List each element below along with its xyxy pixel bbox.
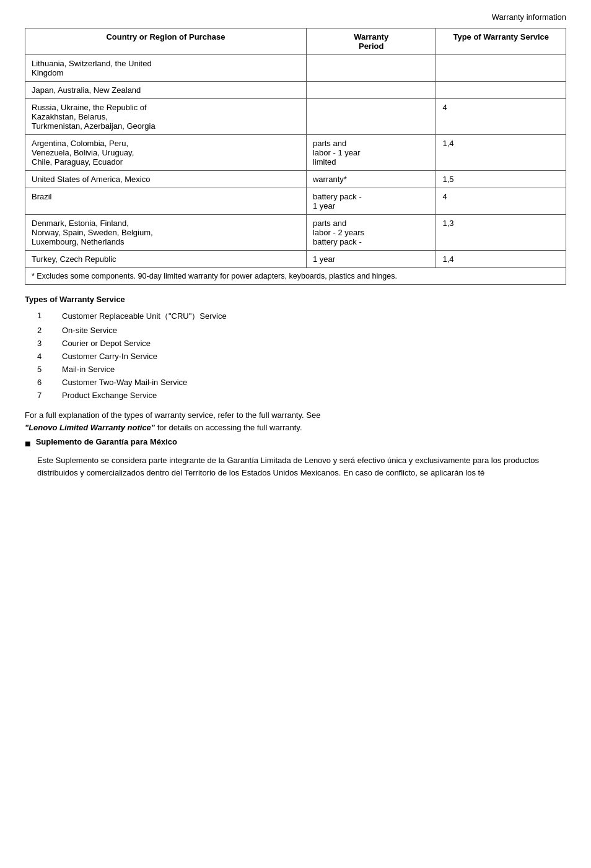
cell-country: United States of America, Mexico xyxy=(25,171,307,188)
cell-warranty: warranty* xyxy=(306,171,436,188)
table-row: Brazilbattery pack -1 year4 xyxy=(25,188,566,215)
service-list-item: 2On-site Service xyxy=(25,324,566,337)
cell-type: 1,5 xyxy=(436,171,566,188)
supplement-title: Suplemento de Garantía para México xyxy=(36,437,177,446)
cell-warranty: parts andlabor - 2 yearsbattery pack - xyxy=(306,215,436,251)
service-label: Customer Two-Way Mail-in Service xyxy=(62,378,187,387)
cell-type: 1,4 xyxy=(436,251,566,268)
cell-type xyxy=(436,55,566,82)
service-num: 1 xyxy=(25,311,62,322)
cell-warranty xyxy=(306,55,436,82)
cell-country: Turkey, Czech Republic xyxy=(25,251,307,268)
cell-warranty: parts andlabor - 1 yearlimited xyxy=(306,135,436,171)
cell-country: Japan, Australia, New Zealand xyxy=(25,82,307,99)
service-list-item: 3Courier or Depot Service xyxy=(25,337,566,350)
table-row: Lithuania, Switzerland, the UnitedKingdo… xyxy=(25,55,566,82)
table-row: Japan, Australia, New Zealand xyxy=(25,82,566,99)
service-label: Customer Replaceable Unit（"CRU"）Service xyxy=(62,311,227,322)
table-row: Denmark, Estonia, Finland,Norway, Spain,… xyxy=(25,215,566,251)
service-list-item: 1Customer Replaceable Unit（"CRU"）Service xyxy=(25,309,566,324)
cell-type: 4 xyxy=(436,99,566,135)
cell-country: Russia, Ukraine, the Republic ofKazakhst… xyxy=(25,99,307,135)
service-list-item: 4Customer Carry-In Service xyxy=(25,350,566,363)
service-list-item: 7Product Exchange Service xyxy=(25,389,566,402)
cell-warranty xyxy=(306,82,436,99)
footnote-row: * Excludes some components. 90-day limit… xyxy=(25,268,566,285)
table-row: United States of America, Mexicowarranty… xyxy=(25,171,566,188)
page-header: Warranty information xyxy=(25,12,566,22)
warranty-table: Country or Region of Purchase WarrantyPe… xyxy=(25,28,566,285)
service-label: Customer Carry-In Service xyxy=(62,352,157,361)
cell-warranty: 1 year xyxy=(306,251,436,268)
col-header-country: Country or Region of Purchase xyxy=(25,28,307,55)
cell-type: 1,4 xyxy=(436,135,566,171)
service-label: Mail-in Service xyxy=(62,365,115,374)
service-num: 4 xyxy=(25,352,62,361)
explanation-text: For a full explanation of the types of w… xyxy=(25,409,566,433)
supplement-header: ■ Suplemento de Garantía para México xyxy=(25,437,566,449)
service-num: 3 xyxy=(25,339,62,348)
cell-type: 4 xyxy=(436,188,566,215)
cell-country: Brazil xyxy=(25,188,307,215)
table-row: Russia, Ukraine, the Republic ofKazakhst… xyxy=(25,99,566,135)
warranty-types-title: Types of Warranty Service xyxy=(25,295,566,304)
cell-country: Denmark, Estonia, Finland,Norway, Spain,… xyxy=(25,215,307,251)
supplement-body: Este Suplemento se considera parte integ… xyxy=(25,454,566,479)
warranty-service-list: 1Customer Replaceable Unit（"CRU"）Service… xyxy=(25,309,566,402)
table-row: Argentina, Colombia, Peru,Venezuela, Bol… xyxy=(25,135,566,171)
service-label: Product Exchange Service xyxy=(62,391,157,400)
notice-rest: for details on accessing the full warran… xyxy=(155,423,302,432)
service-num: 7 xyxy=(25,391,62,400)
lenovo-notice-italic: "Lenovo Limited Warranty notice" xyxy=(25,423,155,432)
service-num: 6 xyxy=(25,378,62,387)
service-num: 2 xyxy=(25,326,62,335)
supplement-bullet-icon: ■ xyxy=(25,438,31,449)
service-label: On-site Service xyxy=(62,326,117,335)
cell-type xyxy=(436,82,566,99)
cell-warranty xyxy=(306,99,436,135)
service-list-item: 5Mail-in Service xyxy=(25,363,566,376)
footnote-text: * Excludes some components. 90-day limit… xyxy=(25,268,566,285)
cell-type: 1,3 xyxy=(436,215,566,251)
cell-country: Argentina, Colombia, Peru,Venezuela, Bol… xyxy=(25,135,307,171)
col-header-warranty: WarrantyPeriod xyxy=(306,28,436,55)
cell-warranty: battery pack -1 year xyxy=(306,188,436,215)
service-label: Courier or Depot Service xyxy=(62,339,151,348)
service-num: 5 xyxy=(25,365,62,374)
service-list-item: 6Customer Two-Way Mail-in Service xyxy=(25,376,566,389)
table-row: Turkey, Czech Republic1 year1,4 xyxy=(25,251,566,268)
cell-country: Lithuania, Switzerland, the UnitedKingdo… xyxy=(25,55,307,82)
col-header-type: Type of Warranty Service xyxy=(436,28,566,55)
